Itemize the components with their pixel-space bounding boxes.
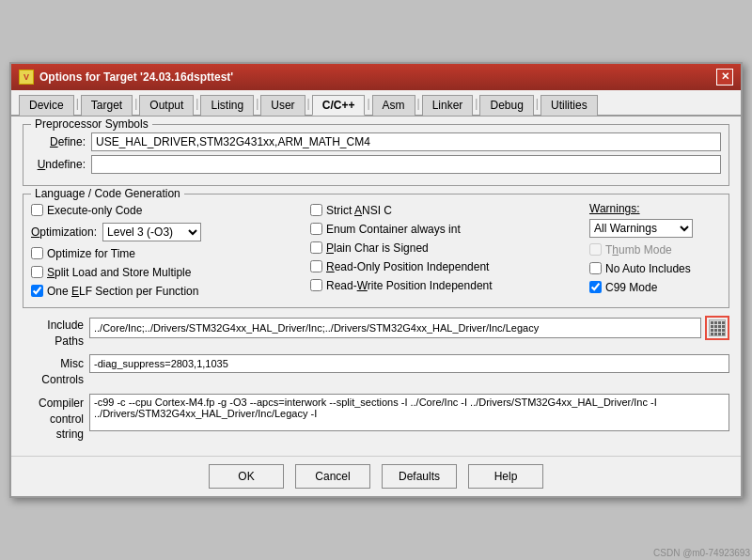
- warnings-heading: Warnings:: [589, 202, 721, 215]
- preprocessor-label: Preprocessor Symbols: [31, 117, 152, 131]
- misc-controls-section: MiscControls: [23, 354, 729, 388]
- tab-asm[interactable]: Asm: [372, 95, 415, 116]
- tabs-bar: Device | Target | Output | Listing | Use…: [11, 90, 741, 117]
- undefine-label: Undefine:: [31, 158, 86, 171]
- close-button[interactable]: ✕: [716, 69, 733, 86]
- include-paths-input-wrap: [89, 316, 729, 340]
- execute-only-check[interactable]: [31, 204, 43, 216]
- title-bar: V Options for Target '24.03.16dspttest' …: [11, 64, 741, 90]
- one-elf-label[interactable]: One ELF Section per Function: [47, 285, 198, 298]
- include-paths-section: IncludePaths: [23, 316, 729, 350]
- tab-device[interactable]: Device: [19, 95, 74, 116]
- lang-col-2: Strict ANSI C Enum Container always int …: [310, 202, 582, 300]
- execute-only-label[interactable]: Execute-only Code: [47, 204, 142, 217]
- enum-container-check[interactable]: [310, 223, 322, 235]
- strict-ansi-check[interactable]: [310, 204, 322, 216]
- ok-button[interactable]: OK: [209, 464, 284, 489]
- tab-output[interactable]: Output: [139, 95, 194, 116]
- readwrite-pos-check[interactable]: [310, 279, 322, 291]
- title-bar-left: V Options for Target '24.03.16dspttest': [19, 70, 233, 85]
- opt-label: Optimization:: [31, 226, 97, 239]
- tab-listing[interactable]: Listing: [200, 95, 254, 116]
- compiler-input-wrap: -c99 -c --cpu Cortex-M4.fp -g -O3 --apcs…: [89, 394, 729, 431]
- preprocessor-group: Preprocessor Symbols DDefine:efine: Unde…: [23, 124, 729, 186]
- compiler-section: Compilercontrolstring -c99 -c --cpu Cort…: [23, 394, 729, 443]
- browse-button[interactable]: [705, 316, 729, 340]
- split-load-row: Split Load and Store Multiple: [31, 266, 303, 279]
- watermark: CSDN @m0-74923693: [653, 548, 750, 558]
- readonly-pos-row: Read-Only Position Independent: [310, 260, 582, 273]
- define-input[interactable]: [91, 132, 721, 151]
- cancel-button[interactable]: Cancel: [295, 464, 370, 489]
- no-auto-includes-label[interactable]: No Auto Includes: [605, 262, 691, 275]
- tab-user[interactable]: User: [260, 95, 305, 116]
- warnings-section: Warnings: All Warnings No Warnings Thumb…: [589, 202, 721, 300]
- tab-cpp[interactable]: C/C++: [312, 95, 366, 116]
- define-label: DDefine:efine:: [31, 135, 86, 148]
- plain-char-check[interactable]: [310, 241, 322, 254]
- warnings-select[interactable]: All Warnings No Warnings: [589, 219, 693, 238]
- optimize-time-label[interactable]: Optimize for Time: [47, 247, 135, 260]
- no-auto-includes-row: No Auto Includes: [589, 262, 721, 275]
- options-dialog: V Options for Target '24.03.16dspttest' …: [9, 62, 743, 499]
- language-group: Language / Code Generation Execute-only …: [23, 194, 729, 308]
- main-content: Preprocessor Symbols DDefine:efine: Unde…: [11, 117, 741, 457]
- browse-icon: [709, 319, 726, 336]
- tab-target[interactable]: Target: [81, 95, 133, 116]
- one-elf-row: One ELF Section per Function: [31, 285, 303, 298]
- language-label: Language / Code Generation: [31, 187, 184, 200]
- tab-utilities[interactable]: Utilities: [540, 95, 598, 116]
- compiler-input[interactable]: -c99 -c --cpu Cortex-M4.fp -g -O3 --apcs…: [89, 394, 729, 431]
- lang-col-1: Execute-only Code Optimization: Level 3 …: [31, 202, 303, 300]
- misc-controls-input-wrap: [89, 354, 729, 373]
- app-icon: V: [19, 70, 34, 85]
- readwrite-pos-label[interactable]: Read-Write Position Independent: [326, 279, 493, 292]
- thumb-mode-label: Thumb Mode: [605, 243, 672, 257]
- optimization-select[interactable]: Level 3 (-O3) Level 0 (-O0) Level 1 (-O1…: [102, 223, 201, 241]
- readonly-pos-label[interactable]: Read-Only Position Independent: [326, 260, 489, 273]
- enum-container-row: Enum Container always int: [310, 223, 582, 236]
- plain-char-label[interactable]: Plain Char is Signed: [326, 241, 429, 255]
- strict-ansi-label[interactable]: Strict ANSI C: [326, 204, 392, 217]
- execute-only-row: Execute-only Code: [31, 204, 303, 217]
- misc-controls-label: MiscControls: [23, 354, 84, 388]
- include-paths-label: IncludePaths: [23, 316, 84, 350]
- readwrite-pos-row: Read-Write Position Independent: [310, 279, 582, 292]
- warnings-select-row: All Warnings No Warnings: [589, 219, 721, 238]
- defaults-button[interactable]: Defaults: [382, 464, 457, 489]
- help-button[interactable]: Help: [468, 464, 543, 489]
- one-elf-check[interactable]: [31, 285, 43, 297]
- plain-char-row: Plain Char is Signed: [310, 241, 582, 255]
- c99-mode-check[interactable]: [589, 281, 602, 293]
- thumb-mode-check[interactable]: [589, 243, 602, 256]
- undefine-row: Undefine:: [31, 155, 721, 174]
- optimize-time-check[interactable]: [31, 247, 43, 259]
- define-row: DDefine:efine:: [31, 132, 721, 151]
- c99-mode-label[interactable]: C99 Mode: [605, 281, 657, 294]
- tab-debug[interactable]: Debug: [479, 95, 533, 116]
- c99-mode-row: C99 Mode: [589, 281, 721, 294]
- readonly-pos-check[interactable]: [310, 260, 322, 272]
- strict-ansi-row: Strict ANSI C: [310, 204, 582, 217]
- undefine-input[interactable]: [91, 155, 721, 174]
- bottom-bar: OK Cancel Defaults Help: [11, 456, 741, 496]
- optimization-row: Optimization: Level 3 (-O3) Level 0 (-O0…: [31, 223, 303, 241]
- tab-linker[interactable]: Linker: [422, 95, 474, 116]
- include-paths-input[interactable]: [89, 318, 701, 338]
- split-load-check[interactable]: [31, 266, 43, 278]
- dialog-title: Options for Target '24.03.16dspttest': [39, 70, 233, 84]
- no-auto-includes-check[interactable]: [589, 262, 602, 274]
- optimize-time-row: Optimize for Time: [31, 247, 303, 260]
- misc-controls-input[interactable]: [89, 354, 729, 373]
- thumb-mode-row: Thumb Mode: [589, 243, 721, 257]
- enum-container-label[interactable]: Enum Container always int: [326, 223, 461, 236]
- split-load-label[interactable]: Split Load and Store Multiple: [47, 266, 191, 279]
- compiler-label: Compilercontrolstring: [23, 394, 84, 443]
